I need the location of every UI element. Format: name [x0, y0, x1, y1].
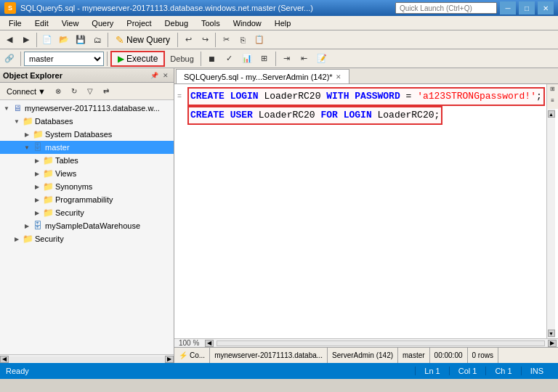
- security-master-label: Security: [55, 208, 84, 217]
- redo-button[interactable]: ↪: [197, 32, 213, 48]
- stop-button[interactable]: ⏹: [204, 51, 220, 67]
- object-explorer: Object Explorer 📌 ✕ Connect ▼ ⊗ ↻ ▽ ⇄ ▼ …: [0, 68, 174, 363]
- menu-query[interactable]: Query: [86, 17, 119, 29]
- prog-folder-icon: 📁: [42, 194, 54, 205]
- server-text: mynewserver-20171113.databa...: [214, 351, 323, 359]
- tree-server-node[interactable]: ▼ 🖥 mynewserver-20171113.database.w...: [0, 102, 174, 115]
- scroll-down-button[interactable]: ▼: [548, 330, 555, 337]
- open-button[interactable]: 📂: [56, 32, 72, 48]
- sysdb-folder-icon: 📁: [32, 128, 44, 140]
- oe-scroll-track[interactable]: [9, 356, 165, 362]
- ch-indicator: Ch 1: [485, 367, 520, 375]
- close-button[interactable]: ✕: [538, 1, 554, 15]
- h-scroll-track[interactable]: [217, 340, 545, 346]
- forward-button[interactable]: ▶: [18, 32, 34, 48]
- tree-programmability-folder[interactable]: ▶ 📁 Programmability: [0, 193, 174, 206]
- new-query-button[interactable]: ✎ New Query: [110, 32, 175, 48]
- oe-sync-button[interactable]: ⇄: [99, 85, 113, 98]
- back-button[interactable]: ◀: [1, 32, 17, 48]
- tree-master-db[interactable]: ▼ 🗄 master: [0, 141, 174, 154]
- query-tab[interactable]: SQLQuery5.sql - my...ServerAdmin (142)* …: [176, 69, 349, 83]
- h-scroll-right[interactable]: ▶: [548, 340, 557, 347]
- ln-indicator: Ln 1: [415, 367, 448, 375]
- query-toolbar: 🔗 master ▶ Execute Debug ⏹ ✓ 📊 ⊞ ⇥ ⇤ 📝: [0, 49, 558, 68]
- plain-text: [225, 110, 230, 121]
- databases-expander: ▼: [12, 116, 22, 126]
- undo-button[interactable]: ↩: [180, 32, 196, 48]
- tab-close-button[interactable]: ✕: [336, 73, 341, 81]
- keyword: LOGIN: [230, 91, 259, 102]
- sysdb-expander: ▶: [22, 129, 32, 139]
- tab-bar: SQLQuery5.sql - my...ServerAdmin (142)* …: [174, 68, 558, 84]
- tree-synonyms-folder[interactable]: ▶ 📁 Synonyms: [0, 180, 174, 193]
- save-button[interactable]: 💾: [73, 32, 89, 48]
- tables-folder-icon: 📁: [42, 155, 54, 166]
- oe-close-button[interactable]: ✕: [161, 70, 171, 81]
- connect-dropdown-icon: ▼: [38, 87, 46, 96]
- code-editor[interactable]: =CREATE LOGIN LoaderRC20 WITH PASSWORD =…: [174, 84, 546, 338]
- display-results-button[interactable]: 📊: [239, 51, 255, 67]
- menu-file[interactable]: File: [3, 17, 28, 29]
- cut-button[interactable]: ✂: [218, 32, 234, 48]
- tables-label: Tables: [55, 156, 78, 165]
- vertical-scrollbar[interactable]: ▲ ▼: [546, 109, 555, 338]
- restore-button[interactable]: □: [519, 1, 535, 15]
- save-all-button[interactable]: 🗂: [89, 32, 105, 48]
- selected-block-2: CREATE USER LoaderRC20 FOR LOGIN LoaderR…: [187, 106, 442, 125]
- master-db-icon: 🗄: [32, 142, 44, 153]
- oe-scroll-left[interactable]: ◀: [0, 356, 9, 363]
- parse-button[interactable]: ✓: [222, 51, 238, 67]
- side-btn-2[interactable]: ≡: [548, 97, 558, 107]
- server-expander: ▼: [1, 103, 12, 113]
- ready-bar: Ready Ln 1 Col 1 Ch 1 INS: [0, 363, 558, 379]
- keyword: USER: [230, 110, 253, 121]
- oe-header: Object Explorer 📌 ✕: [0, 68, 174, 83]
- copy-button[interactable]: ⎘: [235, 32, 251, 48]
- oe-scroll-right[interactable]: ▶: [165, 356, 174, 363]
- tree-system-databases[interactable]: ▶ 📁 System Databases: [0, 128, 174, 141]
- menu-view[interactable]: View: [56, 17, 85, 29]
- new-query-label: New Query: [126, 35, 170, 45]
- h-scroll-left[interactable]: ◀: [205, 340, 214, 347]
- connect-db-button[interactable]: 🔗: [1, 51, 17, 67]
- sep5: [20, 52, 21, 66]
- tree-security-folder-master[interactable]: ▶ 📁 Security: [0, 206, 174, 219]
- paste-button[interactable]: 📋: [251, 32, 267, 48]
- menu-help[interactable]: Help: [269, 17, 297, 29]
- keyword: FOR: [320, 110, 337, 121]
- minimize-button[interactable]: ─: [500, 1, 516, 15]
- indent-button[interactable]: ⇥: [279, 51, 295, 67]
- tree-databases-folder[interactable]: ▼ 📁 Databases: [0, 115, 174, 128]
- database-selector[interactable]: master: [24, 52, 104, 66]
- execute-button[interactable]: ▶ Execute: [110, 51, 165, 67]
- side-btn-1[interactable]: ⊞: [548, 86, 558, 96]
- comment-button[interactable]: 📝: [314, 51, 330, 67]
- scroll-up-button[interactable]: ▲: [548, 110, 555, 118]
- debug-label[interactable]: Debug: [166, 51, 197, 67]
- oe-pin-button[interactable]: 📌: [149, 70, 159, 81]
- tree-views-folder[interactable]: ▶ 📁 Views: [0, 167, 174, 180]
- mysdw-label: mySampleDataWarehouse: [45, 221, 140, 230]
- tree-mysdw-db[interactable]: ▶ 🗄 mySampleDataWarehouse: [0, 219, 174, 232]
- synonyms-label: Synonyms: [55, 182, 92, 191]
- menu-window[interactable]: Window: [227, 17, 267, 29]
- oe-filter-button[interactable]: ▽: [83, 85, 97, 98]
- menu-tools[interactable]: Tools: [195, 17, 226, 29]
- quick-launch-input[interactable]: [395, 2, 497, 14]
- tree-tables-folder[interactable]: ▶ 📁 Tables: [0, 154, 174, 167]
- oe-connect-button[interactable]: Connect ▼: [3, 85, 49, 98]
- prog-label: Programmability: [55, 195, 113, 204]
- plain-text: [338, 110, 344, 121]
- menu-edit[interactable]: Edit: [29, 17, 54, 29]
- menu-debug[interactable]: Debug: [159, 17, 194, 29]
- selected-block-1: CREATE LOGIN LoaderRC20 WITH PASSWORD = …: [187, 87, 545, 106]
- rows-text: 0 rows: [472, 351, 493, 359]
- results-to-grid-button[interactable]: ⊞: [256, 51, 272, 67]
- outdent-button[interactable]: ⇤: [296, 51, 312, 67]
- qs-server: mynewserver-20171113.databa...: [210, 348, 328, 363]
- tree-security-folder-top[interactable]: ▶ 📁 Security: [0, 232, 174, 245]
- oe-refresh-button[interactable]: ↻: [67, 85, 81, 98]
- menu-project[interactable]: Project: [121, 17, 157, 29]
- oe-disconnect-button[interactable]: ⊗: [51, 85, 65, 98]
- new-file-button[interactable]: 📄: [39, 32, 55, 48]
